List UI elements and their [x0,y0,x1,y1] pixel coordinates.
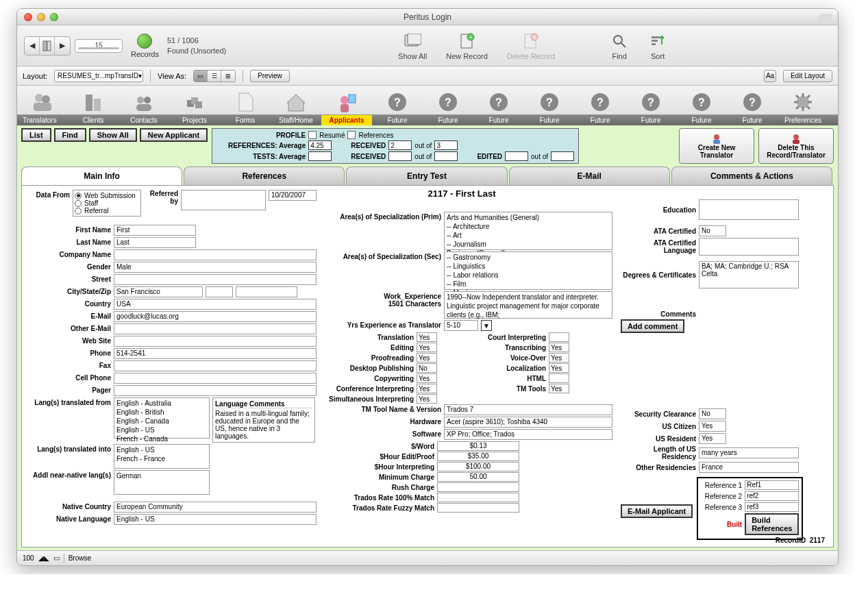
window-close-button[interactable] [24,13,32,21]
future-icon[interactable]: ? [537,90,562,114]
applicants-icon[interactable] [334,90,359,114]
future-icon[interactable]: ? [689,90,714,114]
show-all-button[interactable]: Show All [393,32,432,60]
company-input[interactable] [114,249,317,260]
phone-input[interactable]: 514-2541 [114,348,317,359]
preview-button[interactable]: Preview [250,70,290,82]
tm-tool-input[interactable]: Trados 7 [444,404,612,415]
ata-cert-input[interactable]: No [699,225,726,236]
nav-label-future[interactable]: Future [372,115,423,125]
prev-record-icon[interactable]: ◀ [25,37,40,55]
nav-label-future[interactable]: Future [676,115,727,125]
window-maximize-button[interactable] [50,13,58,21]
us-res-input[interactable]: Yes [699,433,726,444]
len-res-input[interactable]: many years [699,447,799,458]
spec-sec-list[interactable]: -- Gastronomy -- Linguistics -- Labor re… [444,251,612,290]
nav-label-applicants[interactable]: Applicants [321,115,372,125]
skill-desktop-publishing-input[interactable]: No [417,363,437,373]
software-input[interactable]: XP Pro; Office; Trados [444,429,612,440]
view-mode-icon[interactable]: ▭ [53,554,60,562]
record-slider[interactable]: 15 [75,39,123,53]
rate-trados-rate-fuzzy-match-input[interactable] [437,503,519,513]
staff-home-icon[interactable] [284,90,308,114]
fax-input[interactable] [114,360,317,371]
view-list-icon[interactable]: ☰ [208,71,221,82]
preferences-icon[interactable] [791,90,815,114]
yrs-exp-select[interactable]: 5-10 [444,320,478,331]
skill-court-interpreting-input[interactable] [549,332,569,342]
tab-references[interactable]: References [184,167,345,185]
layout-select[interactable]: RESUMES_tr...mpTransID▾ [54,70,143,82]
rate--hour-edit-proof-input[interactable]: $35.00 [437,452,519,461]
received1-value[interactable]: 2 [388,140,412,150]
skill-html-input[interactable] [549,373,569,383]
gender-input[interactable]: Male [114,262,317,273]
lang-from-input[interactable]: English - Australia English - British En… [114,397,210,439]
spec-prim-list[interactable]: Arts and Humanities (General) -- Archite… [444,212,612,250]
skill-transcribing-input[interactable]: Yes [549,343,569,352]
email-applicant-button[interactable]: E-Mail Applicant [621,504,693,518]
sec-clear-input[interactable]: No [699,408,726,419]
received2-value[interactable] [388,151,412,161]
lang-to-input[interactable]: English - US French - France [114,444,210,469]
next-record-icon[interactable]: ▶ [55,37,70,55]
nav-label-future[interactable]: Future [473,115,524,125]
dropdown-icon[interactable]: ▼ [481,320,492,331]
nav-label-future[interactable]: Future [524,115,575,125]
show-all-button[interactable]: Show All [89,128,137,142]
resume-checkbox[interactable] [308,131,317,139]
skill-simultaneous-interpreting-input[interactable]: Yes [417,394,437,404]
edited-value[interactable] [505,151,528,161]
received1-total[interactable]: 3 [434,140,458,150]
nav-label-translators[interactable]: Translators [17,115,68,125]
skill-conference-interpreting-input[interactable]: Yes [417,384,437,393]
contacts-icon[interactable] [132,90,156,114]
cell-input[interactable] [114,373,317,384]
nav-label-contacts[interactable]: Contacts [119,115,169,125]
future-icon[interactable]: ? [639,90,663,114]
rate--hour-interpreting-input[interactable]: $100.00 [437,462,519,471]
rate--word-input[interactable]: $0.13 [437,441,519,451]
us-cit-input[interactable]: Yes [699,421,726,432]
references-checkbox[interactable] [347,131,356,139]
aa-button[interactable]: Aa [764,70,776,82]
work-exp-input[interactable]: 1990--Now Independent translator and int… [444,291,612,319]
pager-input[interactable] [114,385,317,396]
records-indicator-icon[interactable] [137,34,152,49]
nav-label-preferences[interactable]: Preferences [778,115,828,125]
build-references-button[interactable]: Build References [745,513,799,535]
hardware-input[interactable]: Acer (aspire 3610); Toshiba 4340 [444,417,612,428]
nav-label-projects[interactable]: Projects [169,115,220,125]
skill-copywriting-input[interactable]: Yes [417,373,437,383]
rate-rush-charge-input[interactable] [437,482,519,492]
window-handle[interactable] [819,14,832,21]
projects-icon[interactable] [182,90,207,114]
find-button[interactable]: Find [604,32,634,60]
nav-label-clients[interactable]: Clients [68,115,119,125]
nav-label-future[interactable]: Future [575,115,625,125]
nav-label-forms[interactable]: Forms [220,115,271,125]
skill-editing-input[interactable]: Yes [417,343,437,352]
edit-layout-button[interactable]: Edit Layout [783,70,832,82]
ref1-input[interactable]: Ref1 [745,480,799,490]
add-comment-button[interactable]: Add comment [621,319,684,333]
addl-lang-input[interactable]: German [114,470,210,495]
state-input[interactable] [206,286,233,297]
refs-avg-value[interactable]: 4.25 [308,140,332,150]
future-icon[interactable]: ? [385,90,410,114]
rate-minimum-charge-input[interactable]: 50.00 [437,472,519,482]
delete-record-translator-button[interactable]: Delete ThisRecord/Translator [758,128,834,164]
skill-tm-tools-input[interactable]: Yes [549,384,569,393]
native-language-input[interactable]: English - US [114,514,317,525]
radio-web-submission[interactable] [75,193,82,199]
nav-label-future[interactable]: Future [423,115,473,125]
referred-by-input[interactable] [181,190,266,210]
tab-entry-test[interactable]: Entry Test [346,167,507,185]
view-form-icon[interactable]: ▭ [194,71,208,82]
skill-voice-over-input[interactable]: Yes [549,353,569,362]
new-applicant-button[interactable]: New Applicant [140,128,208,142]
edited-total[interactable] [551,151,574,161]
skill-proofreading-input[interactable]: Yes [417,353,437,362]
nav-label-staff-home[interactable]: Staff/Home [271,115,321,125]
skill-translation-input[interactable]: Yes [417,332,437,342]
